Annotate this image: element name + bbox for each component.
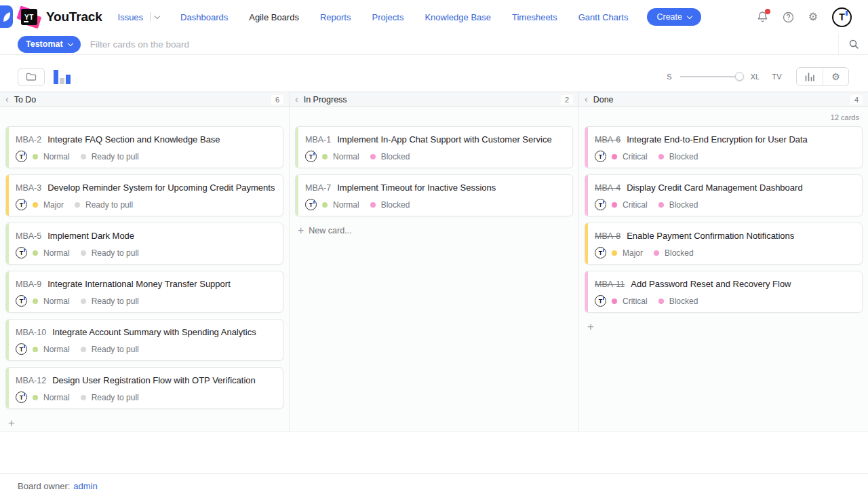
add-card-button[interactable]: + (579, 319, 594, 332)
board-card[interactable]: MBA-11 Add Password Reset and Recovery F… (585, 271, 863, 313)
chevron-down-icon (687, 13, 692, 18)
state-label: Blocked (669, 152, 698, 161)
nav-item-gantt-charts[interactable]: Gantt Charts (578, 12, 629, 22)
assignee-avatar[interactable]: T (595, 247, 606, 258)
card-id[interactable]: MBA-10 (16, 328, 46, 337)
assignee-avatar[interactable]: T (595, 151, 606, 162)
state-label: Blocked (669, 200, 698, 210)
card-id[interactable]: MBA-8 (595, 231, 620, 241)
column-header-in-progress: ‹ In Progress 2 (289, 92, 578, 107)
nav-dropdown[interactable] (143, 12, 159, 22)
card-size-control: S XL TV ⚙ (667, 67, 849, 86)
assignee-avatar[interactable]: T (16, 199, 27, 210)
board-settings-button[interactable]: ⚙ (823, 68, 848, 85)
priority-label: Normal (333, 152, 359, 161)
card-id[interactable]: MBA-12 (16, 376, 46, 385)
board-chart-icon[interactable] (54, 70, 71, 84)
add-card-button[interactable]: + (0, 415, 15, 429)
priority-strip (296, 175, 298, 216)
priority-strip (585, 127, 588, 168)
backlog-button[interactable] (18, 68, 45, 86)
card-id[interactable]: MBA-9 (16, 280, 41, 289)
size-min-label: S (667, 73, 671, 81)
new-card-label: New card... (309, 226, 351, 235)
card-title: Implement Dark Mode (47, 231, 134, 241)
card-id[interactable]: MBA-7 (305, 183, 331, 193)
card-id[interactable]: MBA-4 (595, 183, 620, 193)
nav-item-knowledge-base[interactable]: Knowledge Base (425, 12, 491, 22)
tv-mode-button[interactable]: TV (772, 73, 782, 81)
new-card-button[interactable]: + New card... (290, 223, 578, 236)
collapse-column-button[interactable]: ‹ (585, 94, 588, 104)
card-id[interactable]: MBA-11 (595, 280, 625, 289)
board-card[interactable]: MBA-3 Develop Reminder System for Upcomi… (5, 174, 283, 216)
board-card[interactable]: MBA-9 Integrate International Money Tran… (5, 271, 283, 313)
search-button[interactable] (838, 34, 868, 54)
slider-handle[interactable] (735, 72, 744, 81)
top-nav: YT YouTrack Issues Dashboards Agile Boar… (0, 0, 868, 34)
card-size-slider[interactable] (680, 76, 743, 77)
nav-item-projects[interactable]: Projects (372, 12, 403, 22)
nav-item-issues[interactable]: Issues (118, 12, 160, 22)
column-title: In Progress (304, 95, 347, 104)
card-id[interactable]: MBA-2 (16, 135, 41, 145)
assignee-avatar[interactable]: T (16, 151, 27, 162)
priority-label: Normal (43, 248, 70, 258)
board-card[interactable]: MBA-8 Enable Payment Confirmation Notifi… (585, 223, 863, 265)
settings-button[interactable]: ⚙ (808, 12, 818, 22)
filter-input[interactable] (89, 39, 838, 50)
state-dot (658, 154, 664, 159)
priority-dot (33, 202, 38, 208)
board-owner-link[interactable]: admin (73, 481, 97, 491)
card-id[interactable]: MBA-1 (305, 135, 331, 145)
priority-dot (33, 250, 38, 256)
help-button[interactable] (783, 12, 794, 23)
card-id[interactable]: MBA-6 (595, 135, 620, 145)
chart-view-button[interactable] (797, 68, 823, 85)
assignee-avatar[interactable]: T (305, 199, 317, 210)
user-avatar[interactable]: T (832, 7, 852, 27)
notifications-button[interactable] (757, 11, 768, 23)
assignee-avatar[interactable]: T (16, 343, 27, 355)
divider (150, 12, 151, 22)
column-footer: + New card... (290, 223, 578, 236)
board-card[interactable]: MBA-10 Integrate Account Summary with Sp… (5, 319, 283, 361)
state-label: Blocked (669, 296, 698, 306)
assignee-avatar[interactable]: T (16, 295, 27, 307)
board-card[interactable]: MBA-12 Design User Registration Flow wit… (5, 367, 283, 409)
board-card[interactable]: MBA-4 Display Credit Card Management Das… (585, 174, 863, 216)
card-id[interactable]: MBA-5 (16, 231, 41, 241)
collapse-column-button[interactable]: ‹ (5, 94, 9, 104)
board-card[interactable]: MBA-6 Integrate End-to-End Encryption fo… (585, 126, 863, 168)
nav-item-reports[interactable]: Reports (320, 12, 351, 22)
priority-dot (33, 299, 38, 304)
board-card[interactable]: MBA-2 Integrate FAQ Section and Knowledg… (5, 126, 283, 168)
assignee-avatar[interactable]: T (595, 295, 606, 307)
help-icon (783, 12, 794, 23)
state-label: Ready to pull (85, 200, 133, 210)
board-card[interactable]: MBA-5 Implement Dark Mode T Normal Ready… (5, 223, 283, 265)
nav-item-dashboards[interactable]: Dashboards (180, 12, 228, 22)
nav-item-agile-boards[interactable]: Agile Boards (249, 12, 299, 22)
notification-dot (765, 9, 770, 14)
assignee-avatar[interactable]: T (16, 391, 27, 403)
board-card[interactable]: MBA-1 Implement In-App Chat Support with… (295, 126, 573, 168)
state-dot (81, 250, 86, 256)
assignee-avatar[interactable]: T (595, 199, 606, 210)
size-max-label: XL (751, 73, 760, 81)
assignee-avatar[interactable]: T (16, 247, 27, 258)
feather-extension-button[interactable] (0, 5, 13, 28)
card-id[interactable]: MBA-3 (16, 183, 41, 193)
board-card[interactable]: MBA-7 Implement Timeout for Inactive Ses… (295, 174, 573, 216)
priority-label: Normal (333, 200, 359, 210)
priority-label: Critical (623, 200, 648, 210)
card-title: Implement Timeout for Inactive Sessions (337, 183, 496, 193)
feather-icon (3, 12, 11, 22)
search-icon (848, 39, 859, 50)
column-count-badge: 6 (271, 95, 283, 104)
nav-item-timesheets[interactable]: Timesheets (512, 12, 557, 22)
assignee-avatar[interactable]: T (305, 151, 317, 162)
collapse-column-button[interactable]: ‹ (295, 94, 298, 104)
project-selector-button[interactable]: Testomat (18, 36, 81, 53)
create-button[interactable]: Create (647, 8, 701, 26)
